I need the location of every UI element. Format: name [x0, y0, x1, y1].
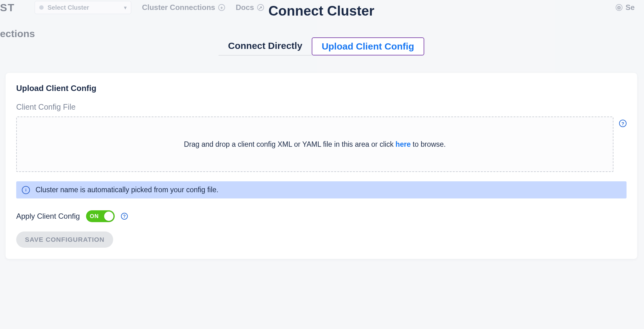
dropzone-text: Drag and drop a client config XML or YAM…: [184, 140, 446, 149]
info-text: Cluster name is automatically picked fro…: [36, 186, 219, 194]
toggle-state: ON: [90, 213, 99, 220]
config-dropzone[interactable]: Drag and drop a client config XML or YAM…: [16, 117, 613, 172]
info-icon: i: [22, 186, 30, 194]
upload-card: Upload Client Config Client Config File …: [6, 73, 637, 259]
field-label-client-config: Client Config File: [16, 103, 627, 112]
tab-upload-client-config[interactable]: Upload Client Config: [312, 37, 424, 55]
help-icon[interactable]: ?: [619, 120, 627, 127]
toggle-knob: [104, 212, 113, 221]
info-banner: i Cluster name is automatically picked f…: [16, 181, 627, 198]
apply-config-toggle[interactable]: ON: [86, 210, 115, 222]
modal-tabs: Connect Directly Upload Client Config: [219, 37, 424, 55]
toggle-label: Apply Client Config: [16, 212, 80, 221]
section-title: Upload Client Config: [16, 83, 627, 93]
save-configuration-button[interactable]: SAVE CONFIGURATION: [16, 231, 113, 248]
connect-cluster-modal: Connect Cluster Connect Directly Upload …: [6, 0, 637, 329]
help-icon[interactable]: ?: [121, 213, 128, 220]
modal-title: Connect Cluster: [268, 3, 374, 19]
browse-link[interactable]: here: [396, 140, 411, 148]
tab-connect-directly[interactable]: Connect Directly: [219, 37, 311, 55]
